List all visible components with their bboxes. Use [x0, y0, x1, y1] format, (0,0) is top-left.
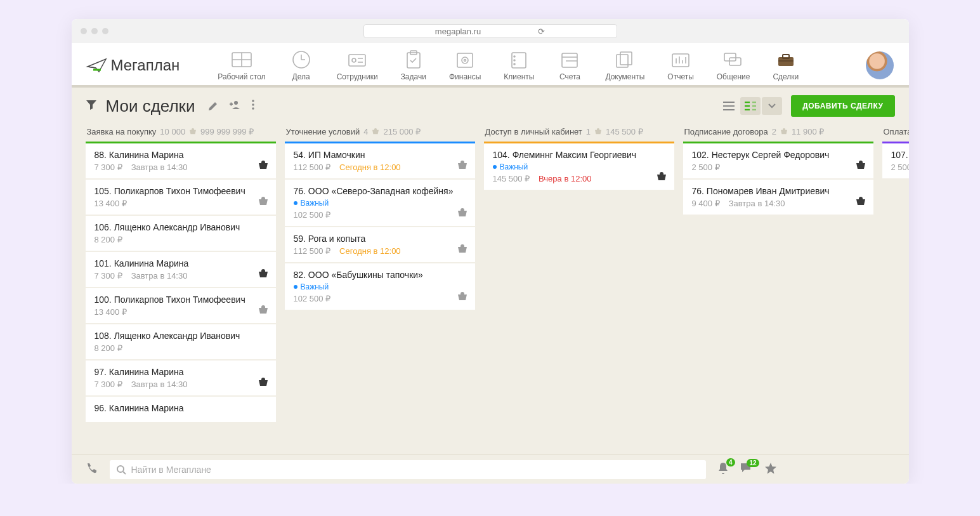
column-header: Доступ в личный кабинет 1 145 500 ₽: [484, 124, 674, 143]
zoom-dot[interactable]: [102, 28, 108, 34]
svg-point-13: [462, 57, 468, 63]
kanban-view-button[interactable]: [740, 97, 761, 115]
chat-icon[interactable]: 12: [740, 463, 753, 477]
deal-card[interactable]: 97. Калинина Марина7 300 ₽Завтра в 14:30: [86, 361, 276, 395]
bell-icon[interactable]: 4: [717, 462, 729, 477]
nav-label: Сотрудники: [337, 72, 378, 81]
deal-card[interactable]: 100. Поликарпов Тихон Тимофеевич13 400 ₽: [86, 288, 276, 323]
card-price: 8 200 ₽: [95, 235, 122, 244]
close-dot[interactable]: [81, 28, 87, 34]
nav-item-8[interactable]: Отчеты: [667, 50, 693, 81]
svg-rect-6: [349, 55, 365, 66]
deal-card[interactable]: 76. ООО «Северо-Западная кофейня»Важный1…: [285, 180, 475, 226]
nav-item-10[interactable]: Сделки: [773, 50, 799, 81]
card-subline: 13 400 ₽: [95, 307, 268, 317]
column-header: Уточнение условий 4 215 000 ₽: [285, 124, 475, 143]
column-1: Уточнение условий 4 215 000 ₽54. ИП Мамо…: [285, 124, 475, 454]
nav-item-9[interactable]: Общение: [717, 50, 750, 81]
svg-point-34: [234, 101, 238, 105]
nav-item-2[interactable]: Сотрудники: [337, 50, 378, 81]
card-title: 105. Поликарпов Тихон Тимофеевич: [95, 186, 268, 196]
card-tag: Важный: [493, 162, 667, 171]
star-icon[interactable]: [764, 462, 777, 477]
url-bar[interactable]: megaplan.ru ⟳: [363, 24, 617, 38]
more-icon[interactable]: [251, 99, 255, 113]
svg-point-36: [252, 103, 254, 106]
column-title: Доступ в личный кабинет: [485, 127, 582, 136]
card-tag: Важный: [294, 199, 467, 208]
phone-icon[interactable]: [86, 462, 98, 477]
list-view-button[interactable]: [719, 97, 739, 115]
deal-card[interactable]: 76. Пономарев Иван Дмитриевич9 400 ₽Завт…: [683, 180, 873, 215]
deal-card[interactable]: 96. Калинина Марина: [86, 397, 276, 422]
svg-point-7: [352, 58, 356, 62]
add-deal-button[interactable]: ДОБАВИТЬ СДЕЛКУ: [791, 95, 894, 117]
deal-card[interactable]: 102. Нестерук Сергей Федорович2 500 ₽: [683, 143, 873, 178]
nav-item-6[interactable]: Счета: [557, 50, 582, 81]
card-price: 102 500 ₽: [294, 294, 331, 303]
svg-point-38: [117, 466, 124, 472]
card-title: 96. Калинина Марина: [95, 403, 268, 413]
bag-icon: [457, 208, 467, 220]
page-toolbar: Мои сделки ДОБАВИТЬ СДЕЛКУ: [72, 88, 909, 124]
nav-item-3[interactable]: Задачи: [401, 50, 426, 81]
minimize-dot[interactable]: [91, 28, 98, 34]
card-subline: 102 500 ₽: [294, 294, 467, 303]
svg-rect-22: [617, 55, 628, 67]
card-title: 59. Рога и копыта: [294, 234, 467, 244]
card-due: Вчера в 12:00: [539, 174, 591, 183]
deal-card[interactable]: 107.2 500: [882, 143, 909, 178]
card-title: 102. Нестерук Сергей Федорович: [692, 150, 866, 160]
deal-card[interactable]: 88. Калинина Марина7 300 ₽Завтра в 14:30: [86, 143, 276, 178]
top-nav: Мегаплан Рабочий столДелаСотрудникиЗадач…: [72, 43, 909, 88]
svg-point-18: [514, 63, 515, 65]
bag-icon: [457, 244, 467, 256]
deal-card[interactable]: 54. ИП Мамочкин112 500 ₽Сегодня в 12:00: [285, 143, 475, 178]
column-0: Заявка на покупку 10 000 999 999 999 ₽88…: [86, 124, 276, 454]
add-user-icon[interactable]: [228, 99, 242, 113]
card-price: 145 500 ₽: [493, 174, 530, 183]
column-total: 145 500 ₽: [606, 127, 643, 136]
nav-item-0[interactable]: Рабочий стол: [218, 50, 265, 81]
card-title: 108. Лященко Александр Иванович: [95, 331, 268, 341]
card-price: 2 500 ₽: [692, 162, 720, 172]
global-search[interactable]: Найти в Мегаплане: [110, 460, 706, 479]
nav-icon-1: [289, 50, 314, 70]
nav-icon-5: [506, 50, 532, 70]
nav-item-4[interactable]: Финансы: [449, 50, 481, 81]
card-subline: 7 300 ₽Завтра в 14:30: [95, 380, 268, 389]
deal-card[interactable]: 82. ООО «Бабушкины тапочки»Важный102 500…: [285, 263, 475, 310]
deal-card[interactable]: 106. Лященко Александр Иванович8 200 ₽: [86, 216, 276, 251]
deal-card[interactable]: 108. Лященко Александр Иванович8 200 ₽: [86, 324, 276, 359]
svg-rect-12: [457, 53, 473, 67]
card-subline: 112 500 ₽Сегодня в 12:00: [294, 162, 467, 172]
card-price: 8 200 ₽: [95, 343, 122, 353]
card-subline: 2 500: [891, 162, 909, 172]
brand-logo[interactable]: Мегаплан: [87, 56, 180, 74]
nav-item-7[interactable]: Документы: [605, 50, 644, 81]
deal-card[interactable]: 101. Калинина Марина7 300 ₽Завтра в 14:3…: [86, 252, 276, 287]
column-header: Оплата: [882, 124, 909, 143]
refresh-icon[interactable]: ⟳: [538, 27, 545, 36]
nav-icon-7: [612, 50, 637, 70]
user-avatar[interactable]: [866, 51, 894, 79]
column-header: Заявка на покупку 10 000 999 999 999 ₽: [86, 124, 276, 143]
nav-label: Финансы: [449, 72, 481, 81]
deal-card[interactable]: 104. Флеминнг Максим ГеоргиевичВажный145…: [484, 143, 674, 190]
svg-point-16: [514, 56, 515, 57]
page-title: Мои сделки: [106, 96, 195, 116]
deal-card[interactable]: 59. Рога и копыта112 500 ₽Сегодня в 12:0…: [285, 227, 475, 262]
filter-icon[interactable]: [86, 99, 97, 113]
nav-item-5[interactable]: Клиенты: [504, 50, 534, 81]
nav-label: Дела: [292, 72, 310, 81]
column-total: 999 999 999 ₽: [200, 127, 254, 136]
nav-icon-9: [721, 50, 746, 70]
chat-badge: 12: [747, 459, 759, 467]
view-dropdown-button[interactable]: [762, 97, 782, 115]
deal-card[interactable]: 105. Поликарпов Тихон Тимофеевич13 400 ₽: [86, 180, 276, 215]
nav-item-1[interactable]: Дела: [289, 50, 314, 81]
bag-icon: [258, 269, 268, 281]
bag-icon: [457, 161, 467, 172]
nav-label: Отчеты: [667, 72, 693, 81]
edit-icon[interactable]: [208, 99, 219, 113]
